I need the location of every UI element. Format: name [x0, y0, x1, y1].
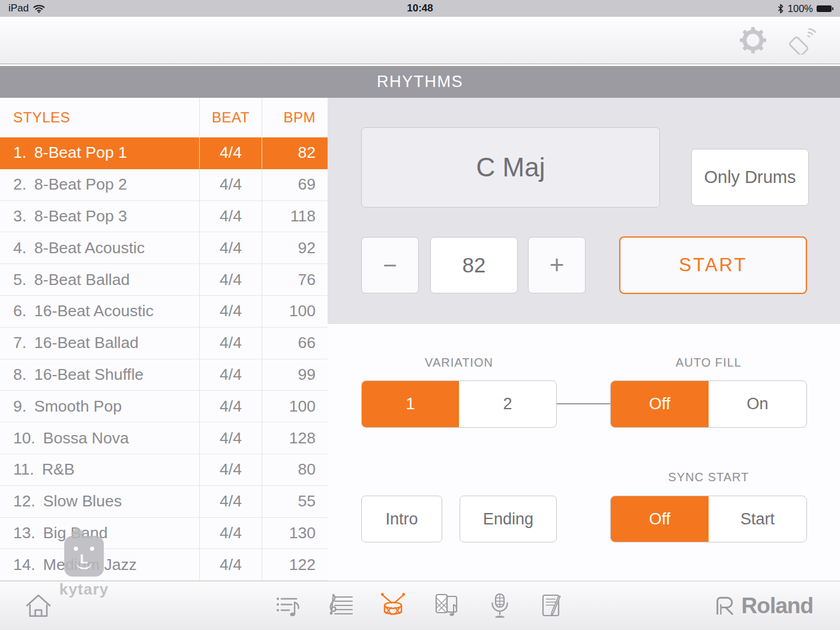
sync-start-start[interactable]: Start — [709, 496, 806, 542]
memo-icon[interactable] — [538, 593, 566, 619]
column-header-bpm: BPM — [262, 98, 328, 137]
table-row[interactable]: 7.16-Beat Ballad4/466 — [0, 328, 328, 359]
style-name-cell: 5.8-Beat Ballad — [0, 264, 200, 295]
style-name-cell: 11.R&B — [0, 454, 200, 485]
style-beat-cell: 4/4 — [200, 422, 262, 454]
table-row[interactable]: 2.8-Beat Pop 24/469 — [0, 169, 328, 201]
sync-start-off[interactable]: Off — [611, 496, 709, 542]
sync-start-toggle: Off Start — [610, 496, 807, 542]
variation-option-2[interactable]: 2 — [459, 381, 556, 427]
style-name-cell: 13.Big Band — [0, 518, 200, 549]
start-button[interactable]: START — [619, 236, 807, 294]
style-beat-cell: 4/4 — [200, 518, 262, 549]
style-name-cell: 1.8-Beat Pop 1 — [0, 137, 200, 169]
table-row[interactable]: 9.Smooth Pop4/4100 — [0, 391, 328, 422]
brand-name: Roland — [742, 593, 813, 619]
column-header-beat: BEAT — [200, 98, 262, 137]
style-name: Big Band — [43, 524, 108, 542]
auto-fill-on[interactable]: On — [709, 381, 806, 427]
style-number: 6. — [13, 302, 26, 320]
toggle-connector-line — [557, 403, 610, 404]
table-row[interactable]: 13.Big Band4/4130 — [0, 518, 328, 550]
tempo-value[interactable]: 82 — [430, 237, 518, 293]
variation-option-1[interactable]: 1 — [362, 381, 459, 427]
bottom-nav-bar: Roland — [0, 581, 840, 630]
column-header-styles: STYLES — [0, 98, 200, 137]
table-row[interactable]: 11.R&B4/480 — [0, 454, 328, 486]
settings-button[interactable] — [738, 25, 768, 55]
style-name-cell: 2.8-Beat Pop 2 — [0, 169, 200, 200]
page-title: RHYTHMS — [377, 73, 463, 91]
style-bpm-cell: 69 — [262, 169, 328, 200]
table-row[interactable]: 5.8-Beat Ballad4/476 — [0, 264, 328, 296]
table-row[interactable]: 8.16-Beat Shuffle4/499 — [0, 359, 328, 391]
main-content: STYLES BEAT BPM 1.8-Beat Pop 14/4822.8-B… — [0, 98, 840, 581]
table-row[interactable]: 4.8-Beat Acoustic4/492 — [0, 232, 328, 264]
style-name-cell: 12.Slow Blues — [0, 486, 200, 517]
styles-table: STYLES BEAT BPM 1.8-Beat Pop 14/4822.8-B… — [0, 98, 328, 581]
style-number: 14. — [13, 556, 35, 574]
style-name: Smooth Pop — [34, 397, 122, 416]
style-name-cell: 6.16-Beat Acoustic — [0, 296, 200, 327]
table-row[interactable]: 6.16-Beat Acoustic4/4100 — [0, 296, 328, 328]
style-name-cell: 9.Smooth Pop — [0, 391, 200, 422]
table-row[interactable]: 1.8-Beat Pop 14/482 — [0, 137, 328, 169]
styles-table-body: 1.8-Beat Pop 14/4822.8-Beat Pop 24/4693.… — [0, 137, 328, 581]
home-icon[interactable] — [24, 593, 53, 619]
table-row[interactable]: 12.Slow Blues4/455 — [0, 486, 328, 518]
playback-section: C Maj Only Drums − 82 + START — [328, 98, 840, 324]
style-number: 10. — [13, 429, 35, 448]
style-name: 8-Beat Ballad — [34, 271, 130, 289]
table-header: STYLES BEAT BPM — [0, 98, 328, 137]
style-number: 13. — [13, 524, 35, 542]
style-name: 16-Beat Shuffle — [34, 365, 143, 384]
style-bpm-cell: 99 — [262, 359, 328, 391]
style-number: 5. — [13, 271, 26, 289]
style-bpm-cell: 82 — [262, 137, 328, 169]
style-number: 2. — [13, 175, 26, 194]
auto-fill-toggle: Off On — [610, 380, 807, 428]
status-bar: iPad 10:48 100% — [0, 0, 840, 17]
microphone-icon[interactable] — [487, 592, 513, 620]
style-beat-cell: 4/4 — [200, 296, 262, 327]
style-name: Slow Blues — [43, 492, 122, 511]
roland-mark-icon — [714, 595, 737, 617]
style-beat-cell: 4/4 — [200, 549, 262, 580]
table-row[interactable]: 10.Bossa Nova4/4128 — [0, 422, 328, 454]
style-bpm-cell: 76 — [262, 264, 328, 295]
device-connect-button[interactable] — [788, 25, 818, 55]
rhythm-panel: C Maj Only Drums − 82 + START VARIATION … — [328, 98, 840, 581]
style-bpm-cell: 100 — [262, 296, 328, 327]
rhythm-drum-icon[interactable] — [377, 592, 409, 620]
battery-icon — [817, 5, 832, 12]
intro-button[interactable]: Intro — [361, 496, 442, 542]
style-number: 11. — [13, 460, 34, 479]
device-connect-icon — [788, 26, 818, 55]
song-list-icon[interactable] — [275, 593, 302, 619]
tempo-decrease-button[interactable]: − — [361, 237, 419, 293]
style-name-cell: 10.Bossa Nova — [0, 422, 200, 454]
style-name-cell: 4.8-Beat Acoustic — [0, 232, 200, 263]
style-bpm-cell: 128 — [262, 422, 328, 454]
style-name-cell: 8.16-Beat Shuffle — [0, 359, 200, 391]
style-bpm-cell: 92 — [262, 232, 328, 263]
table-row[interactable]: 14.Medium Jazz4/4122 — [0, 549, 328, 581]
flash-card-icon[interactable] — [433, 593, 461, 619]
score-icon[interactable] — [327, 593, 355, 619]
only-drums-button[interactable]: Only Drums — [691, 149, 809, 206]
style-beat-cell: 4/4 — [200, 454, 262, 485]
auto-fill-off[interactable]: Off — [611, 381, 709, 427]
ending-button[interactable]: Ending — [460, 496, 557, 542]
auto-fill-label: AUTO FILL — [610, 356, 807, 370]
tempo-increase-button[interactable]: + — [528, 237, 586, 293]
style-bpm-cell: 55 — [262, 486, 328, 517]
gear-icon — [739, 26, 767, 54]
style-number: 4. — [13, 239, 26, 257]
style-number: 1. — [13, 143, 26, 162]
style-name-cell: 7.16-Beat Ballad — [0, 328, 200, 359]
style-name: 8-Beat Pop 3 — [34, 207, 127, 226]
style-name: 16-Beat Acoustic — [34, 302, 154, 320]
sync-start-label: SYNC START — [610, 470, 807, 484]
table-row[interactable]: 3.8-Beat Pop 34/4118 — [0, 201, 328, 233]
brand-logo: Roland — [714, 593, 813, 619]
